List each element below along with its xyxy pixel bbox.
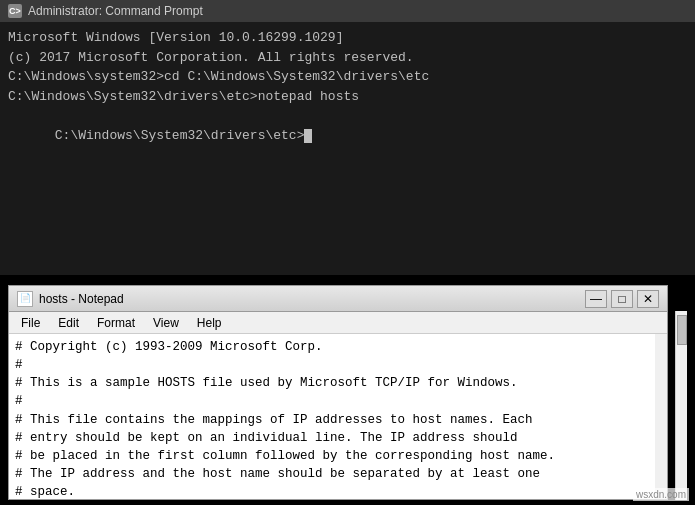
notepad-line-2: #	[15, 356, 649, 374]
cmd-window: C> Administrator: Command Prompt Microso…	[0, 0, 695, 275]
notepad-line-8: # The IP address and the host name shoul…	[15, 465, 649, 483]
notepad-controls: — □ ✕	[585, 290, 659, 308]
menu-format[interactable]: Format	[89, 314, 143, 332]
notepad-content[interactable]: # Copyright (c) 1993-2009 Microsoft Corp…	[9, 334, 667, 499]
cmd-line-2: (c) 2017 Microsoft Corporation. All righ…	[8, 48, 687, 68]
cursor	[304, 129, 312, 143]
cmd-line-6: C:\Windows\System32\drivers\etc>notepad …	[8, 87, 687, 107]
notepad-line-5: # This file contains the mappings of IP …	[15, 411, 649, 429]
notepad-window: 📄 hosts - Notepad — □ ✕ File Edit Format…	[8, 285, 668, 500]
cmd-line-1: Microsoft Windows [Version 10.0.16299.10…	[8, 28, 687, 48]
watermark: wsxdn.com	[633, 488, 689, 501]
minimize-button[interactable]: —	[585, 290, 607, 308]
cmd-icon: C>	[8, 4, 22, 18]
notepad-line-3: # This is a sample HOSTS file used by Mi…	[15, 374, 649, 392]
notepad-line-1: # Copyright (c) 1993-2009 Microsoft Corp…	[15, 338, 649, 356]
notepad-title: hosts - Notepad	[39, 292, 585, 306]
notepad-menubar: File Edit Format View Help	[9, 312, 667, 334]
notepad-line-6: # entry should be kept on an individual …	[15, 429, 649, 447]
notepad-line-7: # be placed in the first column followed…	[15, 447, 649, 465]
menu-view[interactable]: View	[145, 314, 187, 332]
cmd-titlebar: C> Administrator: Command Prompt	[0, 0, 695, 22]
menu-help[interactable]: Help	[189, 314, 230, 332]
cmd-title: Administrator: Command Prompt	[28, 4, 687, 18]
notepad-titlebar: 📄 hosts - Notepad — □ ✕	[9, 286, 667, 312]
cmd-line-8: C:\Windows\System32\drivers\etc>	[8, 106, 687, 165]
scrollbar[interactable]	[675, 311, 687, 500]
menu-file[interactable]: File	[13, 314, 48, 332]
notepad-line-4: #	[15, 392, 649, 410]
scrollbar-thumb[interactable]	[677, 315, 687, 345]
notepad-line-9: # space.	[15, 483, 649, 499]
cmd-line-4: C:\Windows\system32>cd C:\Windows\System…	[8, 67, 687, 87]
close-button[interactable]: ✕	[637, 290, 659, 308]
menu-edit[interactable]: Edit	[50, 314, 87, 332]
notepad-icon: 📄	[17, 291, 33, 307]
cmd-content: Microsoft Windows [Version 10.0.16299.10…	[0, 22, 695, 275]
maximize-button[interactable]: □	[611, 290, 633, 308]
